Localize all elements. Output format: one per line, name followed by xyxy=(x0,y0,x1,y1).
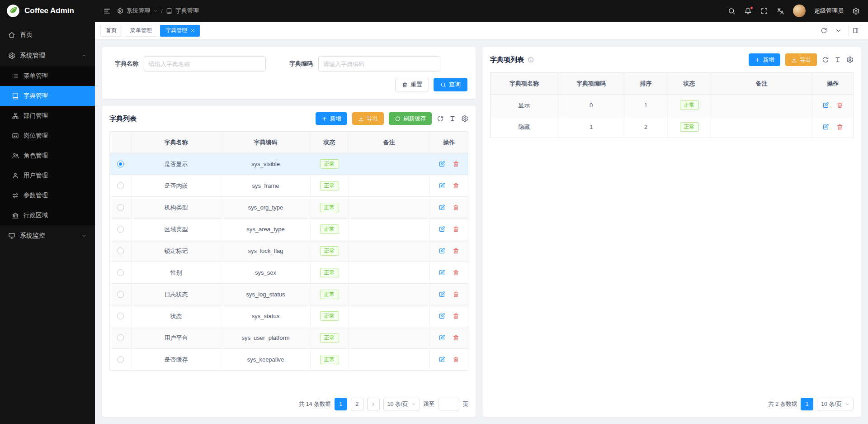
page-button-1[interactable]: 1 xyxy=(801,398,813,410)
table-row[interactable]: 锁定标记 sys_lock_flag 正常 xyxy=(110,240,468,262)
jump-page-input[interactable] xyxy=(439,398,459,410)
notifications-button[interactable] xyxy=(744,7,752,15)
row-radio[interactable] xyxy=(117,291,124,298)
edit-icon[interactable] xyxy=(439,334,445,341)
refresh-table-button[interactable] xyxy=(437,115,444,122)
table-row[interactable]: 日志状态 sys_log_status 正常 xyxy=(110,284,468,305)
sidebar-item-admin-region[interactable]: 行政区域 xyxy=(0,205,95,225)
sidebar-item-home[interactable]: 首页 xyxy=(0,24,95,45)
breadcrumb-label: 系统管理 xyxy=(127,7,150,15)
sidebar-item-param-management[interactable]: 参数管理 xyxy=(0,186,95,205)
add-dict-button[interactable]: 新增 xyxy=(316,112,347,125)
table-row[interactable]: 是否缓存 sys_keepalive 正常 xyxy=(110,349,468,371)
tab-dict-management[interactable]: 字典管理 xyxy=(160,25,200,37)
row-radio[interactable] xyxy=(117,313,124,319)
edit-icon[interactable] xyxy=(439,248,445,254)
page-size-select[interactable]: 10 条/页 xyxy=(817,398,854,410)
delete-icon[interactable] xyxy=(453,161,459,167)
settings-button[interactable] xyxy=(852,7,860,15)
layout-toggle-button[interactable] xyxy=(848,25,863,37)
table-row[interactable]: 区域类型 sys_area_type 正常 xyxy=(110,219,468,240)
sidebar-item-system-monitor[interactable]: 系统监控 xyxy=(0,225,95,246)
edit-icon[interactable] xyxy=(439,269,445,276)
edit-icon[interactable] xyxy=(822,102,829,109)
table-row[interactable]: 性别 sys_sex 正常 xyxy=(110,262,468,284)
delete-icon[interactable] xyxy=(453,356,459,363)
delete-icon[interactable] xyxy=(453,248,459,254)
page-button-2[interactable]: 2 xyxy=(351,398,363,410)
avatar[interactable] xyxy=(793,5,806,17)
table-row[interactable]: 是否显示 sys_visible 正常 xyxy=(110,153,468,175)
delete-icon[interactable] xyxy=(453,182,459,189)
font-size-button[interactable] xyxy=(834,56,841,63)
fullscreen-button[interactable] xyxy=(760,7,768,15)
row-radio[interactable] xyxy=(117,334,124,341)
row-radio[interactable] xyxy=(117,204,124,211)
dict-name-input[interactable] xyxy=(144,56,266,71)
delete-icon[interactable] xyxy=(453,204,459,211)
sidebar-item-post-management[interactable]: 岗位管理 xyxy=(0,126,95,146)
breadcrumb-item-dict[interactable]: 字典管理 xyxy=(166,7,199,15)
row-radio[interactable] xyxy=(117,356,124,363)
next-page-button[interactable] xyxy=(367,398,380,410)
add-dict-item-button[interactable]: 新增 xyxy=(749,53,780,66)
export-dict-item-button[interactable]: 导出 xyxy=(785,53,817,66)
tab-menu-management[interactable]: 菜单管理 xyxy=(125,25,157,37)
column-settings-button[interactable] xyxy=(846,56,854,63)
breadcrumb-item-system[interactable]: 系统管理 xyxy=(117,7,158,15)
delete-icon[interactable] xyxy=(453,291,459,298)
page-size-select[interactable]: 10 条/页 xyxy=(383,398,420,410)
row-radio[interactable] xyxy=(117,248,124,254)
search-button[interactable] xyxy=(728,7,736,15)
reset-button[interactable]: 重置 xyxy=(395,78,429,91)
edit-icon[interactable] xyxy=(822,124,829,130)
table-row[interactable]: 用户平台 sys_user_platform 正常 xyxy=(110,327,468,349)
font-size-icon xyxy=(834,56,841,63)
table-row[interactable]: 机构类型 sys_org_type 正常 xyxy=(110,197,468,219)
edit-icon[interactable] xyxy=(439,313,445,319)
font-size-button[interactable] xyxy=(449,115,456,122)
delete-icon[interactable] xyxy=(453,334,459,341)
export-dict-button[interactable]: 导出 xyxy=(352,112,384,125)
info-icon[interactable] xyxy=(528,57,534,63)
edit-icon[interactable] xyxy=(439,356,445,363)
delete-icon[interactable] xyxy=(453,313,459,319)
page-button-1[interactable]: 1 xyxy=(335,398,347,410)
sidebar-item-role-management[interactable]: 角色管理 xyxy=(0,146,95,166)
sidebar-item-dict-management[interactable]: 字典管理 xyxy=(0,86,95,106)
refresh-tabs-button[interactable] xyxy=(816,25,831,37)
close-icon[interactable] xyxy=(190,29,194,33)
collapse-menu-button[interactable] xyxy=(103,7,111,15)
language-button[interactable] xyxy=(777,7,784,15)
edit-icon[interactable] xyxy=(439,204,445,211)
edit-icon[interactable] xyxy=(439,226,445,233)
sidebar-item-user-management[interactable]: 用户管理 xyxy=(0,166,95,186)
row-radio[interactable] xyxy=(117,226,124,233)
search-icon xyxy=(728,7,736,15)
delete-icon[interactable] xyxy=(453,226,459,233)
column-settings-button[interactable] xyxy=(461,115,468,122)
delete-icon[interactable] xyxy=(836,102,843,109)
delete-icon[interactable] xyxy=(453,269,459,276)
row-radio[interactable] xyxy=(117,269,124,276)
query-button[interactable]: 查询 xyxy=(434,78,467,91)
row-radio[interactable] xyxy=(117,161,124,167)
edit-icon[interactable] xyxy=(439,182,445,189)
chevron-down-icon xyxy=(845,402,849,406)
dict-code-input[interactable] xyxy=(318,56,440,71)
edit-icon[interactable] xyxy=(439,161,445,167)
sidebar-item-system-management[interactable]: 系统管理 xyxy=(0,45,95,66)
refresh-table-button[interactable] xyxy=(822,56,829,63)
tab-home[interactable]: 首页 xyxy=(100,25,122,37)
table-row[interactable]: 状态 sys_status 正常 xyxy=(110,305,468,327)
delete-icon[interactable] xyxy=(836,124,843,130)
table-row[interactable]: 是否内嵌 sys_frame 正常 xyxy=(110,175,468,197)
row-radio[interactable] xyxy=(117,182,124,189)
edit-icon[interactable] xyxy=(439,291,445,298)
status-badge: 正常 xyxy=(320,268,339,277)
tabs-dropdown-button[interactable] xyxy=(831,25,845,37)
username[interactable]: 超级管理员 xyxy=(814,7,844,15)
sidebar-item-dept-management[interactable]: 部门管理 xyxy=(0,106,95,126)
sidebar-item-menu-management[interactable]: 菜单管理 xyxy=(0,66,95,86)
refresh-cache-button[interactable]: 刷新缓存 xyxy=(389,112,432,125)
